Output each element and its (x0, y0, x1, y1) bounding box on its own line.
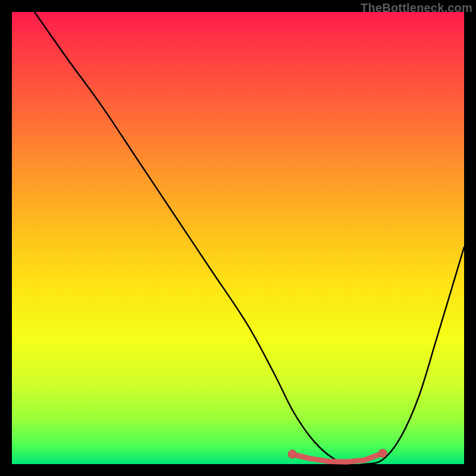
curve-layer (12, 12, 464, 464)
optimal-range-line (292, 453, 383, 462)
optimal-range-markers (288, 449, 387, 462)
bottleneck-curve (35, 12, 464, 465)
chart-frame: TheBottleneck.com (0, 0, 476, 476)
optimal-range-end-dot (378, 449, 387, 458)
plot-area (12, 12, 464, 464)
optimal-range-start-dot (288, 450, 296, 458)
watermark-text: TheBottleneck.com (361, 1, 472, 15)
